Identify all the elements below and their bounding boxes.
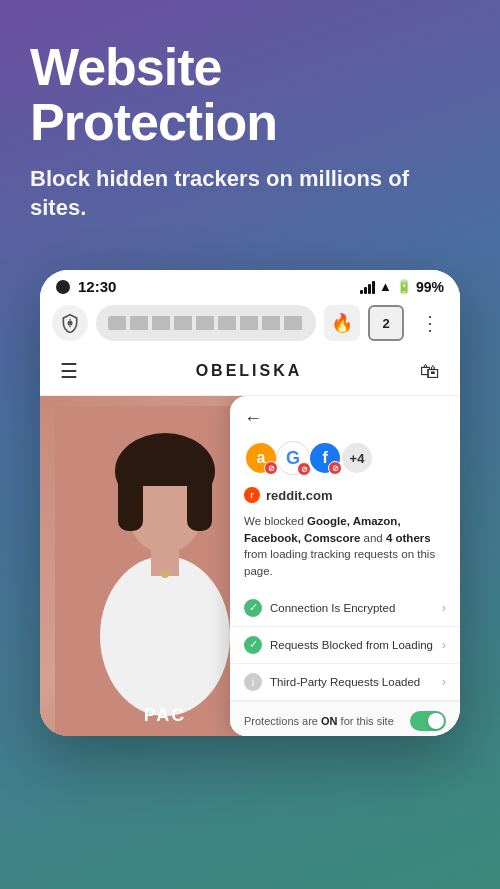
shield-button[interactable] bbox=[52, 305, 88, 341]
protections-toggle[interactable] bbox=[410, 711, 446, 731]
block-description: We blocked Google, Amazon, Facebook, Com… bbox=[230, 511, 460, 590]
cart-icon[interactable]: 🛍 bbox=[420, 360, 440, 383]
tabs-button[interactable]: 2 bbox=[368, 305, 404, 341]
status-bar: 12:30 ▲ 🔋 99% bbox=[40, 270, 460, 299]
blocked-label: Requests Blocked from Loading bbox=[270, 639, 434, 651]
person-label: PAC bbox=[144, 705, 187, 726]
url-bar[interactable] bbox=[96, 305, 316, 341]
privacy-item-encrypted[interactable]: ✓ Connection Is Encrypted › bbox=[230, 590, 460, 627]
blocked-badge-facebook: ⊘ bbox=[328, 461, 342, 475]
svg-point-7 bbox=[100, 556, 230, 716]
toggle-knob bbox=[428, 713, 444, 729]
hamburger-menu-icon[interactable]: ☰ bbox=[60, 359, 78, 383]
check-icon-encrypted: ✓ bbox=[244, 599, 262, 617]
signal-icon bbox=[360, 280, 375, 294]
svg-point-0 bbox=[68, 321, 73, 326]
site-domain: reddit.com bbox=[266, 488, 332, 503]
top-section: Website Protection Block hidden trackers… bbox=[0, 0, 500, 242]
privacy-panel: ← a ⊘ G ⊘ f ⊘ +4 r bbox=[230, 396, 460, 736]
svg-rect-11 bbox=[123, 461, 207, 486]
third-party-label: Third-Party Requests Loaded bbox=[270, 676, 434, 688]
battery-icon: 🔋 bbox=[396, 279, 412, 294]
extra-trackers-count: +4 bbox=[340, 441, 374, 475]
page-subtitle: Block hidden trackers on millions of sit… bbox=[30, 165, 470, 222]
website-header: ☰ OBELISKA 🛍 bbox=[40, 347, 460, 396]
amazon-tracker-icon: a ⊘ bbox=[244, 441, 278, 475]
content-area: PAC ← a ⊘ G ⊘ f ⊘ +4 bbox=[40, 396, 460, 736]
phone-mockup: 12:30 ▲ 🔋 99% 🔥 2 bbox=[40, 270, 460, 736]
page-title: Website Protection bbox=[30, 40, 470, 149]
google-tracker-icon: G ⊘ bbox=[276, 441, 310, 475]
reddit-icon: r bbox=[244, 487, 260, 503]
shield-icon bbox=[60, 313, 80, 333]
camera-dot bbox=[56, 280, 70, 294]
privacy-item-blocked[interactable]: ✓ Requests Blocked from Loading › bbox=[230, 627, 460, 664]
back-arrow-icon[interactable]: ← bbox=[244, 408, 262, 429]
protections-label: Protections are ON for this site bbox=[244, 715, 394, 727]
chevron-third-party: › bbox=[442, 674, 446, 689]
check-icon-blocked: ✓ bbox=[244, 636, 262, 654]
site-title: OBELISKA bbox=[196, 362, 303, 380]
status-time: 12:30 bbox=[78, 278, 116, 295]
fire-button[interactable]: 🔥 bbox=[324, 305, 360, 341]
chevron-encrypted: › bbox=[442, 600, 446, 615]
battery-percent: 99% bbox=[416, 279, 444, 295]
encrypted-label: Connection Is Encrypted bbox=[270, 602, 434, 614]
protections-row: Protections are ON for this site bbox=[230, 701, 460, 736]
more-menu-button[interactable]: ⋮ bbox=[412, 305, 448, 341]
wifi-icon: ▲ bbox=[379, 279, 392, 294]
browser-toolbar: 🔥 2 ⋮ bbox=[40, 299, 460, 347]
chevron-blocked: › bbox=[442, 637, 446, 652]
svg-point-12 bbox=[161, 570, 169, 578]
facebook-tracker-icon: f ⊘ bbox=[308, 441, 342, 475]
tracker-icons-row: a ⊘ G ⊘ f ⊘ +4 bbox=[230, 437, 460, 483]
info-icon-third-party: i bbox=[244, 673, 262, 691]
site-info: r reddit.com bbox=[230, 483, 460, 511]
privacy-item-third-party[interactable]: i Third-Party Requests Loaded › bbox=[230, 664, 460, 701]
